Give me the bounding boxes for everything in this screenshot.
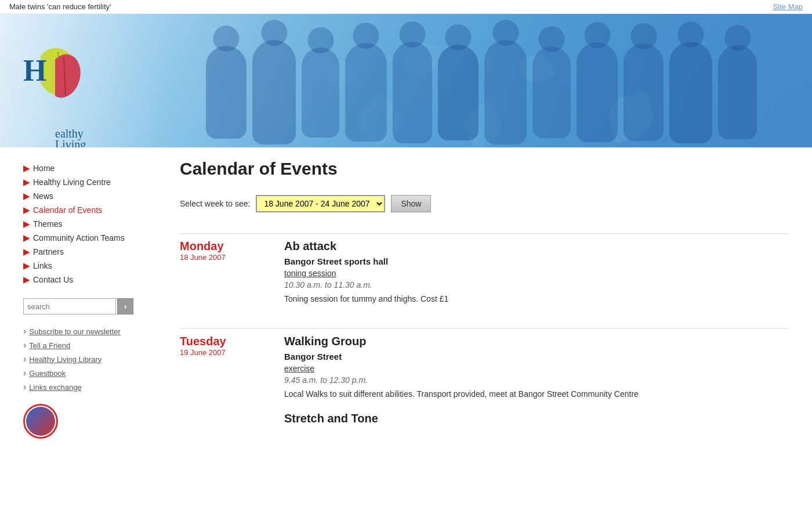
event-section-monday: Monday 18 June 2007 Ab attack Bangor Str…: [180, 233, 789, 305]
search-input[interactable]: [23, 298, 116, 314]
figure-11: [669, 42, 712, 143]
nav-item-news[interactable]: ▶ News: [23, 191, 151, 201]
nav-link-community-action-teams[interactable]: Community Action Teams: [33, 233, 125, 243]
search-area: ›: [23, 298, 151, 314]
day-name-monday: Monday: [180, 240, 273, 253]
day-name-tuesday: Tuesday: [180, 335, 273, 348]
banner-people: [151, 14, 812, 147]
top-bar: Male twins 'can reduce fertility' Site M…: [0, 0, 812, 14]
event-link-monday[interactable]: toning session: [284, 269, 789, 278]
svg-point-2: [55, 52, 85, 102]
nav-bullet: ▶: [23, 164, 30, 173]
nav-list: ▶ Home ▶ Healthy Living Centre ▶ News ▶ …: [23, 164, 151, 284]
logo-area: H ealthy Living BLACKBURN: [23, 43, 99, 95]
quick-link-newsletter-anchor[interactable]: Subscribe to our newsletter: [29, 327, 121, 336]
nav-item-themes[interactable]: ▶ Themes: [23, 219, 151, 229]
main-layout: ▶ Home ▶ Healthy Living Centre ▶ News ▶ …: [0, 147, 812, 496]
nav-bullet: ▶: [23, 205, 30, 215]
nav-item-healthy-living-centre[interactable]: ▶ Healthy Living Centre: [23, 178, 151, 187]
event-venue-tuesday: Bangor Street: [284, 352, 789, 361]
logo-living: Living: [55, 138, 101, 147]
page-title: Calendar of Events: [180, 159, 789, 179]
event-section-tuesday: Tuesday 19 June 2007 Walking Group Bango…: [180, 328, 789, 425]
nav-item-home[interactable]: ▶ Home: [23, 164, 151, 173]
figure-12: [718, 45, 757, 139]
nav-link-home[interactable]: Home: [33, 164, 55, 173]
week-selector: Select week to see: 18 June 2007 - 24 Ju…: [180, 195, 789, 212]
nav-bullet: ▶: [23, 247, 30, 256]
figure-7: [484, 40, 527, 144]
quick-link-library[interactable]: Healthy Living Library: [23, 354, 151, 364]
logo-text: ealthy Living BLACKBURN: [55, 127, 101, 147]
event-name-tuesday: Walking Group: [284, 335, 789, 348]
day-date-tuesday: 19 June 2007: [180, 348, 273, 357]
nav-link-calendar[interactable]: Calendar of Events: [33, 205, 102, 215]
nav-link-healthy-living-centre[interactable]: Healthy Living Centre: [33, 178, 111, 187]
nav-bullet: ▶: [23, 191, 30, 201]
sidebar: ▶ Home ▶ Healthy Living Centre ▶ News ▶ …: [0, 147, 168, 496]
show-button[interactable]: Show: [391, 195, 431, 212]
quick-link-exchange[interactable]: Links exchange: [23, 382, 151, 392]
nav-item-partners[interactable]: ▶ Partners: [23, 247, 151, 256]
figure-4: [345, 43, 387, 142]
sidebar-bottom-logo-inner: [26, 407, 55, 436]
figure-8: [532, 46, 571, 138]
event-time-tuesday: 9.45 a.m. to 12.30 p.m.: [284, 375, 789, 385]
sidebar-bottom-logo: [23, 404, 58, 439]
event-details-monday: Ab attack Bangor Street sports hall toni…: [284, 240, 789, 305]
logo-leaf-red-svg: [55, 52, 107, 104]
day-date-monday: 18 June 2007: [180, 253, 273, 262]
figure-5: [393, 42, 432, 143]
event-desc-monday: Toning session for tummy and thighs. Cos…: [284, 293, 789, 305]
event-link-tuesday[interactable]: exercise: [284, 364, 789, 373]
nav-bullet: ▶: [23, 219, 30, 229]
event-day-col-tuesday: Tuesday 19 June 2007: [180, 335, 284, 425]
nav-link-partners[interactable]: Partners: [33, 247, 64, 256]
week-select[interactable]: 18 June 2007 - 24 June 2007: [256, 195, 385, 212]
figure-10: [624, 44, 664, 141]
nav-item-community-action-teams[interactable]: ▶ Community Action Teams: [23, 233, 151, 243]
quick-links: Subscribe to our newsletter Tell a Frien…: [23, 326, 151, 392]
event-day-col-monday: Monday 18 June 2007: [180, 240, 284, 305]
event-time-monday: 10.30 a.m. to 11.30 a.m.: [284, 280, 789, 290]
event-section-stretch: Stretch and Tone: [284, 412, 789, 425]
nav-item-links[interactable]: ▶ Links: [23, 261, 151, 270]
sitemap-link[interactable]: Site Map: [773, 2, 803, 11]
nav-link-contact-us[interactable]: Contact Us: [33, 275, 73, 284]
nav-link-themes[interactable]: Themes: [33, 219, 63, 229]
figure-2: [252, 40, 296, 144]
event-desc-tuesday: Local Walks to suit different abilities.…: [284, 388, 789, 400]
stretch-title: Stretch and Tone: [284, 412, 789, 425]
search-button[interactable]: ›: [117, 298, 133, 314]
quick-link-exchange-anchor[interactable]: Links exchange: [29, 383, 81, 392]
event-name-monday: Ab attack: [284, 240, 789, 253]
quick-link-library-anchor[interactable]: Healthy Living Library: [29, 355, 102, 364]
event-details-tuesday: Walking Group Bangor Street exercise 9.4…: [284, 335, 789, 425]
logo-h: H: [23, 56, 46, 86]
event-venue-monday: Bangor Street sports hall: [284, 256, 789, 266]
nav-item-calendar[interactable]: ▶ Calendar of Events: [23, 205, 151, 215]
nav-bullet: ▶: [23, 261, 30, 270]
nav-bullet: ▶: [23, 275, 30, 284]
nav-bullet: ▶: [23, 178, 30, 187]
figure-3: [302, 48, 339, 138]
quick-link-newsletter[interactable]: Subscribe to our newsletter: [23, 326, 151, 337]
news-headline: Male twins 'can reduce fertility': [9, 2, 111, 11]
week-selector-label: Select week to see:: [180, 199, 250, 208]
banner: H ealthy Living BLACKBURN: [0, 14, 812, 147]
figure-9: [577, 42, 618, 142]
main-content: Calendar of Events Select week to see: 1…: [168, 147, 812, 496]
nav-link-news[interactable]: News: [33, 191, 53, 201]
quick-link-tell-friend-anchor[interactable]: Tell a Friend: [29, 341, 70, 350]
quick-link-tell-friend[interactable]: Tell a Friend: [23, 340, 151, 350]
quick-link-guestbook[interactable]: Guestbook: [23, 368, 151, 378]
nav-bullet: ▶: [23, 233, 30, 243]
figure-1: [206, 46, 246, 139]
nav-item-contact-us[interactable]: ▶ Contact Us: [23, 275, 151, 284]
quick-link-guestbook-anchor[interactable]: Guestbook: [29, 369, 66, 378]
nav-link-links[interactable]: Links: [33, 261, 52, 270]
figure-6: [438, 45, 478, 140]
